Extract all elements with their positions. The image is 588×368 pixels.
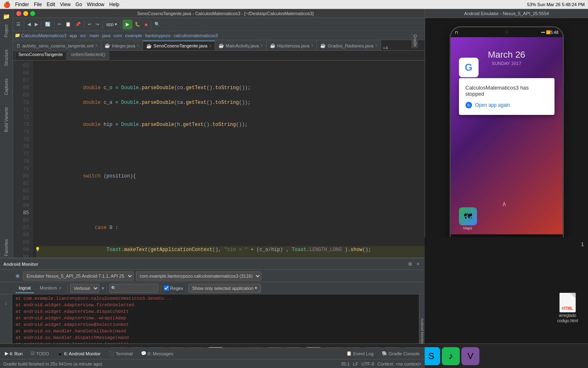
bc-liantonypozo[interactable]: liantonypozo [145, 33, 171, 38]
debug-button[interactable]: 🐛 [133, 20, 142, 29]
bc-src[interactable]: src [80, 33, 86, 38]
toolbar-copy-btn[interactable]: 📋 [64, 20, 73, 29]
menu-finder[interactable]: Finder [15, 2, 29, 7]
phone-signal: ▪▪▪ 📶 [541, 30, 550, 34]
toolbar: ☰ ◀ ▶ 🔄 ✂ 📋 📌 ↩ ↪ app ▾ ▶ 🐛 ■ 🔍 [13, 18, 438, 31]
sidebar-build-variants-label[interactable]: Build Variants [3, 105, 9, 134]
bc-app[interactable]: app [69, 33, 77, 38]
apple-menu[interactable]: 🍎 [3, 1, 10, 8]
google-icon[interactable]: G [459, 58, 479, 77]
phone-up-arrow[interactable]: ∧ [502, 200, 507, 208]
bc-example[interactable]: example [125, 33, 143, 38]
dock-spotify[interactable]: ♪ [442, 347, 460, 365]
mac-menubar: 🍎 Finder File Edit View Go Window Help 5… [0, 0, 588, 9]
toolbar-sync-btn[interactable]: 🔄 [43, 20, 52, 29]
todo-tab[interactable]: ☑ TODO [29, 350, 51, 357]
gradle-console-tab[interactable]: 🐘 Gradle Console [380, 350, 421, 357]
tab-integer-java[interactable]: ☕Integer.java× [101, 40, 143, 50]
show-app-dropdown-icon[interactable]: ▾ [255, 285, 257, 291]
stop-button[interactable]: ■ [143, 20, 149, 29]
sidebar-project-label[interactable]: Project [3, 23, 9, 39]
file-type-label: HTML [562, 306, 573, 311]
device-selector[interactable]: Emulator Nexus_5_API_25 Android 7.1.1, A… [23, 272, 134, 280]
dock-viber[interactable]: V [461, 347, 479, 365]
sidebar-captures-label[interactable]: Captures [3, 77, 9, 97]
monitor-settings-btn[interactable]: ⚙ [407, 261, 413, 267]
phone-status-icon: ⊓ [455, 30, 458, 35]
search-everywhere-btn[interactable]: 🔍 [153, 20, 162, 29]
run-button[interactable]: ▶ [122, 20, 132, 29]
tab-senocoseno-java[interactable]: ☕SenoCosenoTangente.java× [143, 40, 215, 50]
show-only-selected-app-btn[interactable]: Show only selected application ▾ [188, 284, 261, 293]
tab-activity-xml[interactable]: 🗒activity_seno_coseno_tangente.xml× [13, 40, 101, 50]
crash-title: CalculosMatematicos3 has stopped [466, 85, 548, 97]
toolbar-back-btn[interactable]: ◀ [26, 20, 32, 29]
sidebar-favorites-label[interactable]: Favorites [3, 238, 9, 258]
maximize-window-btn[interactable] [30, 11, 35, 16]
method-tab-senocoseno[interactable]: SenoCosenoTangente [15, 52, 67, 60]
event-log-tab[interactable]: 📋 Event Log [345, 350, 375, 357]
menu-help[interactable]: Help [109, 2, 120, 7]
phone-screen: March 26 SUNDAY 2017 G CalculosMatematic… [451, 37, 563, 234]
toolbar-forward-btn[interactable]: ▶ [33, 20, 40, 29]
menu-go[interactable]: Go [76, 2, 82, 7]
menubar-right: 53% Sun Mar 26 5:48:24 PM [527, 2, 585, 7]
search-input[interactable] [109, 284, 158, 293]
tab-grados-java[interactable]: ☕Grados_Radianes.java× [317, 40, 381, 50]
ide-title-bar: SenoCosenoTangente.java - CalculosMatema… [13, 9, 438, 18]
toolbar-menu-btn[interactable]: ☰ [15, 20, 22, 29]
tab-hipotenusa-java[interactable]: ☕Hipotenusa.java× [267, 40, 317, 50]
sidebar-project-icon[interactable]: 📁 [1, 11, 12, 22]
strip-down-btn[interactable]: ↓ [2, 298, 11, 307]
close-window-btn[interactable] [16, 11, 21, 16]
strip-up-btn[interactable]: ↑ [2, 294, 11, 298]
terminal-tab[interactable]: ⬛ Terminal [107, 350, 134, 357]
dock-skype[interactable]: S [422, 347, 440, 365]
crash-action-btn[interactable]: ↻ Open app again [466, 102, 548, 108]
maps-app-icon[interactable]: 🗺 Maps [459, 207, 477, 230]
method-tab-onitemselected[interactable]: onItemSelected() [67, 52, 109, 60]
tab-overflow[interactable]: +4 [381, 45, 390, 50]
menu-window[interactable]: Window [87, 2, 105, 7]
app-selector[interactable]: com.example.liantonypozo.calculosmatemat… [136, 272, 261, 280]
monitors-tab[interactable]: Monitors ↗ [36, 283, 65, 293]
toolbar-redo-btn[interactable]: ↪ [94, 20, 101, 29]
bc-calculosmatematicos3[interactable]: 📁 CalculosMatematicos3 [15, 33, 67, 38]
event-log-icon: 📋 [346, 351, 352, 356]
bc-calculosmatematicos3-pkg[interactable]: calculosmatematicos3 [174, 33, 218, 38]
emulator-title: Android Emulator - Nexus_5_API_25:5554 [425, 9, 588, 18]
monitor-close-btn[interactable]: × [415, 261, 421, 267]
gradle-panel-label[interactable]: Gradle [412, 33, 418, 48]
toolbar-paste-btn[interactable]: 📌 [74, 20, 82, 29]
menu-file[interactable]: File [34, 2, 42, 7]
monitor-title: Android Monitor [3, 262, 38, 267]
bc-java[interactable]: java [102, 33, 110, 38]
tab-mainactivity-java[interactable]: ☕MainActivity.java× [215, 40, 267, 50]
monitor-header: Android Monitor ⚙ × [0, 258, 425, 270]
left-sidebar: 📁 Project Structure Captures Build Varia… [0, 9, 13, 258]
monitor-controls: ⚙ × [407, 261, 421, 267]
menu-view[interactable]: View [60, 2, 71, 7]
log-line-6: at android.os.Handler.handleCallback(Han… [16, 328, 421, 334]
log-line-5: at android.widget.AdapterView$SelectionN… [16, 321, 421, 328]
logcat-tab[interactable]: logcat [16, 283, 34, 293]
desktop-file-arreglado[interactable]: HTML arreglado codigo.html [555, 293, 580, 323]
messages-tab[interactable]: 💬 0: Messages [139, 350, 175, 357]
toolbar-cut-btn[interactable]: ✂ [56, 20, 63, 29]
bc-com[interactable]: com [114, 33, 122, 38]
toolbar-undo-btn[interactable]: ↩ [86, 20, 93, 29]
log-line-7: at android.os.Handler.dispatchMessage(Ha… [16, 334, 421, 341]
verbose-dropdown-icon[interactable]: ▾ [102, 285, 104, 291]
sidebar-structure-label[interactable]: Structure [3, 48, 9, 68]
android-monitor-tab[interactable]: 📱 6: Android Monitor [56, 350, 102, 357]
bc-main[interactable]: main [89, 33, 99, 38]
code-line-73 [36, 143, 429, 150]
code-line-67 [36, 77, 429, 84]
menubar-status: 53% Sun Mar 26 5:48:24 PM [527, 2, 585, 7]
minimize-window-btn[interactable] [23, 11, 28, 16]
run-tab[interactable]: ▶ 4: Run [3, 350, 24, 357]
menu-edit[interactable]: Edit [47, 2, 55, 7]
regex-checkbox-label[interactable]: Regex [164, 285, 183, 291]
regex-checkbox[interactable] [164, 285, 169, 291]
verbose-select[interactable]: Verbose [70, 284, 99, 293]
